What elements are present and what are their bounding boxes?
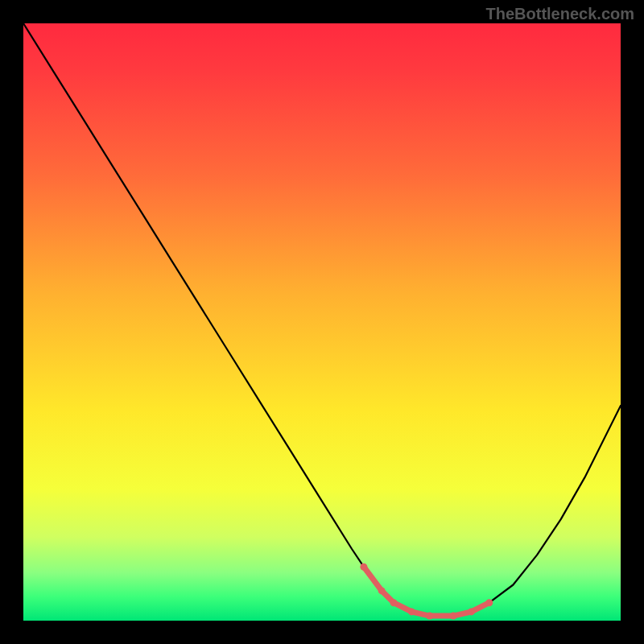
watermark-text: TheBottleneck.com — [486, 5, 634, 23]
chart-background-gradient — [23, 23, 621, 621]
